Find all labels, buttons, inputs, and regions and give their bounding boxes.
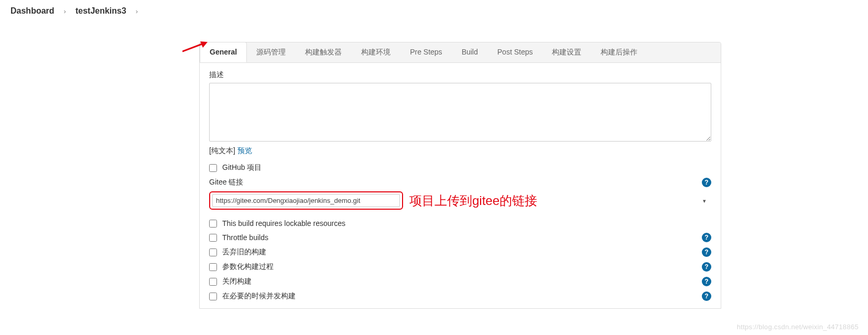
chevron-right-icon: › [136,7,138,15]
chevron-down-icon[interactable]: ▾ [703,197,706,204]
chevron-right-icon: › [64,7,66,15]
gitee-annotation-text: 项目上传到gitee的链接 [409,192,537,209]
help-icon[interactable]: ? [702,233,711,242]
option-concurrent-row: 在必要的时候并发构建 ? [209,291,711,301]
tab-triggers[interactable]: 构建触发器 [296,42,352,62]
breadcrumb: Dashboard › testJenkins3 › [0,0,868,22]
tab-presteps[interactable]: Pre Steps [400,42,452,62]
option-concurrent-label[interactable]: 在必要的时候并发构建 [222,291,296,301]
config-panel: General 源码管理 构建触发器 构建环境 Pre Steps Build … [199,42,721,309]
help-icon[interactable]: ? [702,291,711,301]
option-disable-row: 关闭构建 ? [209,277,711,286]
breadcrumb-dashboard[interactable]: Dashboard [10,6,55,16]
description-hint: [纯文本] 预览 [209,146,711,156]
option-discard-row: 丢弃旧的构建 ? [209,247,711,257]
tab-build[interactable]: Build [452,42,488,62]
help-icon[interactable]: ? [702,247,711,257]
config-tabs: General 源码管理 构建触发器 构建环境 Pre Steps Build … [200,42,721,63]
github-project-label[interactable]: GitHub 项目 [222,163,262,172]
help-icon[interactable]: ? [702,262,711,272]
gitee-highlight-box [209,191,403,210]
help-icon[interactable]: ? [702,178,711,187]
gitee-label: Gitee 链接 [209,178,243,187]
description-textarea[interactable] [209,83,711,142]
option-param-label[interactable]: 参数化构建过程 [222,262,274,272]
gitee-input[interactable] [212,194,400,207]
option-disable-label[interactable]: 关闭构建 [222,277,252,286]
option-lockable-label[interactable]: This build requires lockable resources [222,219,345,228]
tab-source[interactable]: 源码管理 [247,42,296,62]
preview-link[interactable]: 预览 [237,146,252,155]
help-icon[interactable]: ? [702,277,711,286]
tab-env[interactable]: 构建环境 [352,42,400,62]
tab-general[interactable]: General [200,42,247,62]
options-group: This build requires lockable resources T… [209,219,711,301]
option-discard-label[interactable]: 丢弃旧的构建 [222,247,266,257]
option-concurrent-checkbox[interactable] [209,293,217,300]
option-throttle-label[interactable]: Throttle builds [222,233,268,242]
option-param-checkbox[interactable] [209,263,217,271]
github-project-row: GitHub 项目 [209,163,711,172]
option-lockable-checkbox[interactable] [209,220,217,228]
github-project-checkbox[interactable] [209,164,217,172]
description-label: 描述 [209,70,711,80]
option-lockable-row: This build requires lockable resources [209,219,711,228]
gitee-row: 项目上传到gitee的链接 ▾ [209,191,711,210]
gitee-label-row: Gitee 链接 ? [209,178,711,187]
option-disable-checkbox[interactable] [209,278,217,286]
tab-postbuild[interactable]: 构建后操作 [591,42,647,62]
breadcrumb-project[interactable]: testJenkins3 [75,6,126,16]
tab-poststeps[interactable]: Post Steps [488,42,543,62]
tab-buildsettings[interactable]: 构建设置 [542,42,591,62]
option-throttle-row: Throttle builds ? [209,233,711,242]
form-body: 描述 [纯文本] 预览 GitHub 项目 Gitee 链接 ? 项目上传到gi… [200,63,721,308]
option-discard-checkbox[interactable] [209,248,217,256]
option-param-row: 参数化构建过程 ? [209,262,711,272]
format-plain-text: [纯文本] [209,146,235,155]
option-throttle-checkbox[interactable] [209,234,217,242]
